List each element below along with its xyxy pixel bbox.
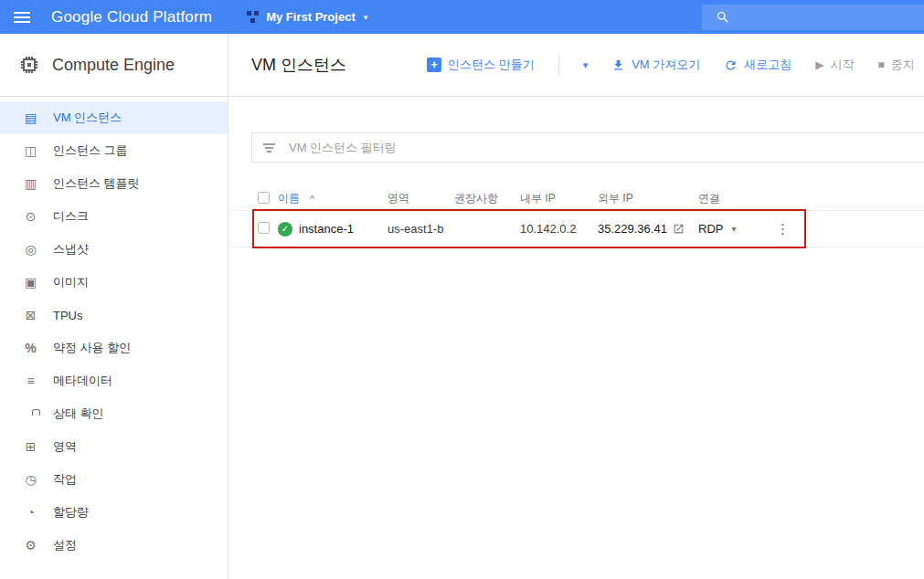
instance-templates-icon: ▥ xyxy=(23,176,38,191)
table-header-row: 이름 ^ 영역 권장사항 내부 IP 외부 IP 연결 xyxy=(228,187,924,211)
connect-dropdown[interactable]: RDP ▾ xyxy=(698,222,776,236)
product-name: Compute Engine xyxy=(52,56,175,75)
instance-groups-icon: ◫ xyxy=(23,143,38,158)
sidebar-item-label: VM 인스턴스 xyxy=(53,110,122,126)
row-checkbox[interactable] xyxy=(258,222,270,234)
zones-icon: ⊞ xyxy=(23,439,38,454)
sidebar-item-disks[interactable]: ⊙ 디스크 xyxy=(0,200,228,233)
sidebar-item-label: 영역 xyxy=(53,438,77,455)
sidebar-item-metadata[interactable]: ≡ 메타데이터 xyxy=(0,364,228,397)
vm-instances-icon: ▤ xyxy=(23,111,38,125)
create-instance-label: 인스턴스 만들기 xyxy=(448,57,535,73)
sidebar-item-label: 디스크 xyxy=(53,208,89,225)
chevron-down-icon: ▾ xyxy=(364,13,368,22)
refresh-label: 새로고침 xyxy=(744,57,791,73)
operations-icon: ◷ xyxy=(23,472,38,487)
status-running-icon: ✓ xyxy=(278,222,292,237)
sidebar-item-vm-instances[interactable]: ▤ VM 인스턴스 xyxy=(0,101,228,134)
search-icon xyxy=(716,10,730,25)
start-label: 시작 xyxy=(831,57,855,73)
page-toolbar: VM 인스턴스 + 인스턴스 만들기 ▾ VM 가져오기 새로고침 ▶ xyxy=(228,34,924,96)
sidebar-item-label: 인스턴스 그룹 xyxy=(53,142,128,159)
create-instance-button[interactable]: + 인스턴스 만들기 xyxy=(427,57,535,73)
filter-icon xyxy=(263,142,275,154)
sidebar-item-committed-use-discounts[interactable]: % 약정 사용 할인 xyxy=(0,332,228,364)
sidebar-item-health-checks[interactable]: 상태 확인 xyxy=(0,397,228,430)
hamburger-menu-icon[interactable] xyxy=(14,9,30,26)
sidebar-item-quotas[interactable]: ◔ 할당량 xyxy=(0,496,228,529)
stop-icon: ■ xyxy=(878,59,885,70)
sidebar-item-label: TPUs xyxy=(53,309,83,322)
search-input[interactable] xyxy=(702,5,924,30)
sidebar-item-label: 이미지 xyxy=(53,274,89,290)
add-icon: + xyxy=(427,58,441,72)
product-header: Compute Engine xyxy=(0,34,228,96)
instance-filter-input[interactable] xyxy=(287,140,924,155)
sidebar-item-label: 설정 xyxy=(53,537,77,553)
sidebar-item-zones[interactable]: ⊞ 영역 xyxy=(0,430,228,463)
column-header-external-ip[interactable]: 외부 IP xyxy=(598,191,698,206)
refresh-icon xyxy=(724,58,738,72)
filter-bar xyxy=(251,132,924,163)
instance-external-ip: 35.229.36.41 xyxy=(598,222,667,236)
select-all-checkbox[interactable] xyxy=(258,192,270,204)
tpus-icon: ⊠ xyxy=(23,308,38,322)
sidebar-item-label: 인스턴스 템플릿 xyxy=(53,175,140,192)
project-name: My First Project xyxy=(266,10,356,24)
import-vm-button[interactable]: VM 가져오기 xyxy=(611,57,700,73)
instance-zone: us-east1-b xyxy=(388,222,454,236)
sidebar-item-label: 상태 확인 xyxy=(53,405,104,422)
create-instance-dropdown-button[interactable]: ▾ xyxy=(583,59,589,71)
stop-label: 중지 xyxy=(891,57,915,73)
sidebar-item-instance-templates[interactable]: ▥ 인스턴스 템플릿 xyxy=(0,167,228,200)
column-header-connect[interactable]: 연결 xyxy=(698,191,776,206)
table-row[interactable]: ✓ instance-1 us-east1-b 10.142.0.2 35.22… xyxy=(228,211,924,247)
project-selector[interactable]: My First Project ▾ xyxy=(247,10,367,24)
images-icon: ▣ xyxy=(23,275,38,290)
play-icon: ▶ xyxy=(815,59,823,70)
metadata-icon: ≡ xyxy=(23,374,38,388)
sidebar-item-label: 메타데이터 xyxy=(53,373,112,389)
sidebar-item-instance-groups[interactable]: ◫ 인스턴스 그룹 xyxy=(0,134,228,167)
sidebar-nav: ▤ VM 인스턴스 ◫ 인스턴스 그룹 ▥ 인스턴스 템플릿 ⊙ 디스크 ◎ 스… xyxy=(0,97,228,579)
column-label: 이름 xyxy=(278,191,300,206)
sidebar-item-label: 할당량 xyxy=(53,504,89,521)
start-button[interactable]: ▶ 시작 xyxy=(815,57,854,73)
row-more-actions-button[interactable]: ⋮ xyxy=(776,221,790,237)
settings-icon: ⚙ xyxy=(23,538,38,553)
external-link-icon[interactable] xyxy=(673,223,685,235)
instance-internal-ip: 10.142.0.2 xyxy=(520,222,598,236)
compute-engine-icon xyxy=(18,54,40,76)
sidebar-item-settings[interactable]: ⚙ 설정 xyxy=(0,529,228,562)
snapshots-icon: ◎ xyxy=(23,242,38,257)
sidebar-item-images[interactable]: ▣ 이미지 xyxy=(0,266,228,299)
disks-icon: ⊙ xyxy=(23,209,38,224)
page-header: Compute Engine VM 인스턴스 + 인스턴스 만들기 ▾ VM 가… xyxy=(0,34,924,97)
column-header-zone[interactable]: 영역 xyxy=(388,191,454,206)
sidebar-item-label: 약정 사용 할인 xyxy=(53,340,131,356)
column-header-recommendation[interactable]: 권장사항 xyxy=(454,191,520,206)
sidebar-item-snapshots[interactable]: ◎ 스냅샷 xyxy=(0,233,228,266)
gcp-brand-logo[interactable]: Google Cloud Platform xyxy=(51,8,212,26)
import-vm-icon xyxy=(611,58,625,72)
sidebar-item-tpus[interactable]: ⊠ TPUs xyxy=(0,299,228,332)
refresh-button[interactable]: 새로고침 xyxy=(724,57,791,73)
column-header-name[interactable]: 이름 ^ xyxy=(278,191,388,206)
chevron-down-icon: ▾ xyxy=(731,224,736,234)
quotas-icon: ◔ xyxy=(23,505,38,520)
page-title: VM 인스턴스 xyxy=(251,54,346,76)
main-panel: 이름 ^ 영역 권장사항 내부 IP 외부 IP 연결 ✓ instance-1… xyxy=(228,97,924,579)
sort-ascending-icon: ^ xyxy=(310,194,314,205)
instance-name: instance-1 xyxy=(299,222,354,236)
stop-button[interactable]: ■ 중지 xyxy=(878,57,915,73)
sidebar-item-label: 스냅샷 xyxy=(53,241,89,258)
toolbar-actions: + 인스턴스 만들기 ▾ VM 가져오기 새로고침 ▶ 시작 xyxy=(427,55,915,75)
sidebar-item-label: 작업 xyxy=(53,471,77,488)
import-vm-label: VM 가져오기 xyxy=(632,57,700,73)
sidebar-item-operations[interactable]: ◷ 작업 xyxy=(0,463,228,496)
toolbar-divider xyxy=(558,55,559,75)
project-icon xyxy=(247,11,259,23)
connect-label: RDP xyxy=(698,222,723,236)
column-header-internal-ip[interactable]: 내부 IP xyxy=(520,191,598,206)
committed-use-discounts-icon: % xyxy=(23,341,38,355)
